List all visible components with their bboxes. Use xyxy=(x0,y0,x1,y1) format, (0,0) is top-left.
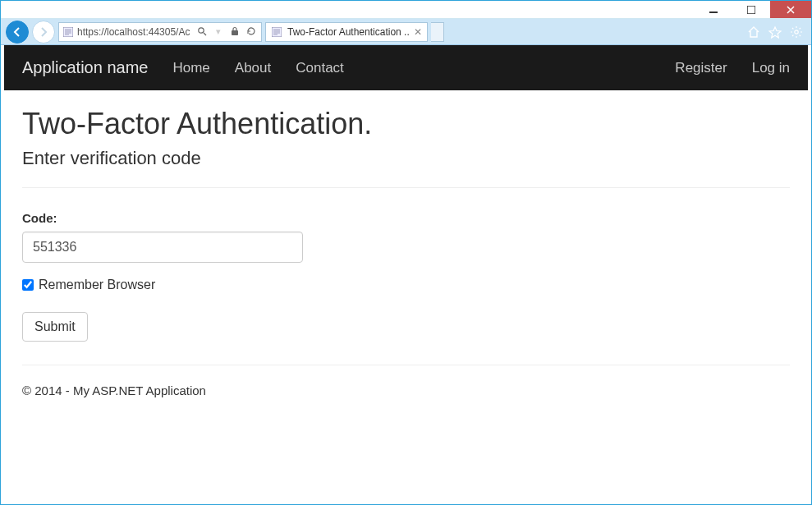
nav-register[interactable]: Register xyxy=(675,60,727,76)
favorites-icon[interactable] xyxy=(768,25,782,39)
tab-title: Two-Factor Authentication ... xyxy=(287,26,409,38)
svg-point-3 xyxy=(199,27,204,32)
home-icon[interactable] xyxy=(747,25,760,39)
nav-home[interactable]: Home xyxy=(172,60,209,76)
nav-contact[interactable]: Contact xyxy=(296,60,344,76)
brand-link[interactable]: Application name xyxy=(22,58,148,77)
nav-about[interactable]: About xyxy=(235,60,271,76)
svg-point-6 xyxy=(795,30,798,33)
window-maximize-button[interactable] xyxy=(732,1,770,18)
header-separator xyxy=(22,187,790,188)
tab-favicon-icon xyxy=(271,26,282,38)
page-viewport: Application name Home About Contact Regi… xyxy=(1,45,811,504)
code-input[interactable] xyxy=(22,232,303,263)
svg-rect-0 xyxy=(709,11,718,13)
page-content: Two-Factor Authentication. Enter verific… xyxy=(4,90,808,397)
search-icon[interactable] xyxy=(195,26,209,38)
remember-row: Remember Browser xyxy=(22,278,790,292)
address-url-text: https://localhost:44305/Ac xyxy=(77,26,192,38)
remember-checkbox[interactable] xyxy=(22,279,34,291)
code-form-group: Code: xyxy=(22,211,790,263)
footer-text: © 2014 - My ASP.NET Application xyxy=(22,383,790,397)
window-close-button[interactable] xyxy=(770,1,811,18)
window-minimize-button[interactable] xyxy=(695,1,732,18)
remember-label: Remember Browser xyxy=(39,278,155,292)
svg-rect-2 xyxy=(63,27,73,37)
submit-button[interactable]: Submit xyxy=(22,312,88,342)
settings-icon[interactable] xyxy=(790,25,803,39)
nav-forward-button[interactable] xyxy=(32,21,55,44)
separator-icon: ▾ xyxy=(212,26,225,37)
nav-back-button[interactable] xyxy=(6,21,29,44)
svg-rect-1 xyxy=(747,6,755,14)
refresh-icon[interactable] xyxy=(245,26,258,38)
browser-toolbar: https://localhost:44305/Ac ▾ Two-Factor … xyxy=(1,19,811,45)
footer-separator xyxy=(22,365,790,365)
address-bar[interactable]: https://localhost:44305/Ac ▾ xyxy=(58,22,262,42)
lock-icon xyxy=(228,26,241,38)
code-label: Code: xyxy=(22,211,790,225)
browser-right-icons xyxy=(747,25,806,39)
tab-close-icon[interactable]: ✕ xyxy=(414,26,422,38)
svg-rect-4 xyxy=(232,30,238,35)
site-navbar: Application name Home About Contact Regi… xyxy=(4,45,808,90)
page-title: Two-Factor Authentication. xyxy=(22,107,790,141)
new-tab-button[interactable] xyxy=(431,22,444,42)
window-titlebar xyxy=(1,1,811,19)
address-icons: ▾ xyxy=(195,26,258,38)
svg-rect-5 xyxy=(272,27,282,37)
browser-tab[interactable]: Two-Factor Authentication ... ✕ xyxy=(265,22,428,42)
site-favicon-icon xyxy=(62,26,74,38)
page-subtitle: Enter verification code xyxy=(22,148,790,169)
nav-login[interactable]: Log in xyxy=(752,60,790,76)
